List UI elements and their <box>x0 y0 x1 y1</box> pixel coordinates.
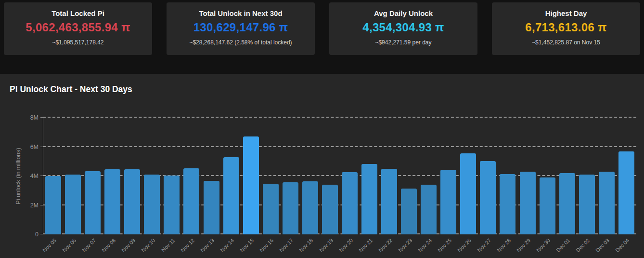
chart-bar[interactable] <box>421 185 437 234</box>
y-axis-tick <box>40 147 43 147</box>
bar-slot: Nov 09 <box>124 118 140 234</box>
stat-card-total-locked: Total Locked Pi 5,062,463,855.94 π ~$1,0… <box>4 2 152 55</box>
x-axis-label: Nov 13 <box>199 237 215 253</box>
stat-card-value: 6,713,613.06 π <box>497 21 635 34</box>
bar-slot: Nov 19 <box>322 118 338 234</box>
bar-slot: Nov 24 <box>421 118 437 234</box>
bar-slot: Dec 04 <box>618 118 634 234</box>
x-axis-label: Nov 21 <box>358 237 374 253</box>
chart-bar[interactable] <box>45 176 61 234</box>
chart-bar[interactable] <box>440 170 456 234</box>
stat-card-value: 130,629,147.96 π <box>171 21 310 34</box>
x-axis-label: Nov 24 <box>417 237 433 253</box>
stat-card-highest-day: Highest Day 6,713,613.06 π ~$1,452,825.8… <box>492 2 640 55</box>
chart-bar[interactable] <box>579 175 595 234</box>
bar-slot: Nov 17 <box>283 118 298 234</box>
y-axis-tick-label: 2M <box>30 202 39 209</box>
chart-bar[interactable] <box>204 181 219 234</box>
chart-bar[interactable] <box>460 153 476 234</box>
y-axis-tick-label: 8M <box>30 114 39 121</box>
chart-bar[interactable] <box>85 171 101 234</box>
bar-slot: Nov 22 <box>381 118 397 234</box>
chart-bar[interactable] <box>164 176 180 234</box>
bar-slot: Dec 01 <box>559 118 575 234</box>
bar-slot: Nov 26 <box>460 118 476 234</box>
stat-card-value: 5,062,463,855.94 π <box>9 21 147 34</box>
stat-card-title: Total Locked Pi <box>9 9 147 17</box>
chart-bar[interactable] <box>361 164 377 234</box>
bar-slot: Nov 05 <box>45 118 61 234</box>
y-axis-tick-label: 4M <box>30 173 39 179</box>
stat-card-avg-daily-unlock: Avg Daily Unlock 4,354,304.93 π ~$942,27… <box>329 2 477 55</box>
bar-slot: Nov 25 <box>440 118 456 234</box>
chart-bar[interactable] <box>104 169 120 234</box>
bar-slot: Nov 27 <box>480 118 496 234</box>
chart-bar[interactable] <box>559 173 575 234</box>
x-axis-label: Nov 10 <box>140 237 156 253</box>
bar-slot: Nov 16 <box>263 118 279 234</box>
bar-slot: Nov 12 <box>183 118 199 234</box>
x-axis-label: Nov 14 <box>219 237 235 253</box>
chart-bar[interactable] <box>223 157 239 234</box>
y-axis-tick <box>40 234 43 234</box>
bar-slot: Nov 15 <box>243 118 259 234</box>
x-axis-label: Nov 18 <box>298 237 314 253</box>
bar-slot: Nov 11 <box>164 118 180 234</box>
chart-bar[interactable] <box>144 175 160 234</box>
x-axis-label: Nov 12 <box>180 237 195 253</box>
stat-card-value: 4,354,304.93 π <box>334 21 473 34</box>
x-axis-label: Dec 01 <box>555 237 571 253</box>
bar-slot: Nov 29 <box>520 118 536 234</box>
chart-bar[interactable] <box>599 172 615 234</box>
chart-bar[interactable] <box>322 185 338 234</box>
bar-slot: Nov 21 <box>361 118 377 234</box>
y-axis-tick <box>40 117 43 118</box>
x-axis-label: Nov 28 <box>496 237 512 253</box>
y-axis-tick-label: 0 <box>35 231 39 238</box>
bar-slot: Nov 14 <box>223 118 239 234</box>
x-axis-label: Nov 11 <box>160 237 176 253</box>
y-axis-tick-label: 6M <box>30 144 39 150</box>
stats-section: Total Locked Pi 5,062,463,855.94 π ~$1,0… <box>0 0 644 55</box>
bar-slot: Nov 30 <box>540 118 555 234</box>
chart-bar[interactable] <box>124 169 140 234</box>
x-axis-label: Nov 22 <box>377 237 393 253</box>
bar-slot: Nov 20 <box>342 118 358 234</box>
chart-panel: Pi Unlock Chart - Next 30 Days Pi unlock… <box>0 74 644 258</box>
chart-bar[interactable] <box>65 175 81 234</box>
chart-bar[interactable] <box>520 172 536 234</box>
x-axis-label: Nov 30 <box>535 237 551 253</box>
x-axis-label: Dec 02 <box>575 237 591 253</box>
bar-slot: Nov 08 <box>104 118 120 234</box>
chart-bar[interactable] <box>401 189 417 234</box>
chart-bar[interactable] <box>618 151 634 234</box>
bar-slot: Nov 07 <box>85 118 101 234</box>
chart-bar[interactable] <box>243 136 259 234</box>
y-axis-tick <box>40 176 43 176</box>
chart-bar[interactable] <box>342 172 358 234</box>
x-axis-label: Nov 25 <box>437 237 452 253</box>
x-axis-label: Nov 05 <box>41 237 57 253</box>
x-axis-label: Nov 29 <box>515 237 531 253</box>
bar-slot: Nov 23 <box>401 118 417 234</box>
bar-slot: Nov 06 <box>65 118 81 234</box>
stat-card-subtitle: ~$1,095,517,178.42 <box>9 39 147 46</box>
bar-chart: Pi unlock (in millions) 02M4M6M8MNov 05N… <box>43 118 636 234</box>
chart-bar[interactable] <box>183 168 199 234</box>
chart-bar[interactable] <box>263 184 279 234</box>
stat-card-title: Total Unlock in Next 30d <box>171 9 310 17</box>
chart-bar[interactable] <box>540 177 555 234</box>
bar-slot: Nov 18 <box>302 118 318 234</box>
x-axis-label: Nov 27 <box>476 237 492 253</box>
x-axis-label: Nov 26 <box>456 237 472 253</box>
chart-bar[interactable] <box>480 161 496 234</box>
chart-title: Pi Unlock Chart - Next 30 Days <box>0 74 644 95</box>
chart-bar[interactable] <box>283 182 298 234</box>
x-axis-label: Nov 08 <box>101 237 116 253</box>
chart-bar[interactable] <box>302 181 318 234</box>
stat-card-title: Highest Day <box>497 9 635 17</box>
chart-bar[interactable] <box>500 174 515 234</box>
chart-bar[interactable] <box>381 169 397 234</box>
x-axis-label: Dec 03 <box>595 237 611 253</box>
x-axis-label: Nov 19 <box>318 237 334 253</box>
